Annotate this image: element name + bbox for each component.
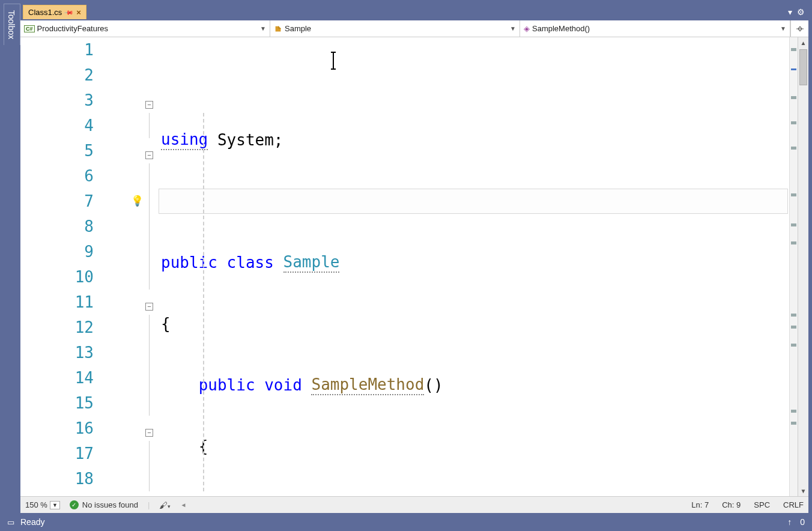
toolbox-tab[interactable]: Toolbox (4, 4, 20, 45)
method-icon: ◈ (524, 24, 530, 33)
line-number: 16 (20, 419, 111, 437)
output-tray-icon[interactable]: ▭ (7, 518, 14, 527)
vertical-scrollbar[interactable]: ▲ ▼ (798, 37, 808, 496)
line-number: 4 (20, 117, 111, 135)
line-number: 5 (20, 142, 111, 160)
line-number: 15 (20, 394, 111, 412)
token-brace: { (161, 315, 171, 333)
line-number: 14 (20, 369, 111, 387)
fold-toggle[interactable]: − (145, 151, 153, 159)
scroll-thumb[interactable] (799, 49, 807, 85)
scroll-up-icon[interactable]: ▲ (798, 37, 808, 48)
text-cursor-icon (333, 52, 334, 70)
token-class: Sample (283, 253, 340, 273)
close-icon[interactable]: × (76, 8, 81, 17)
line-number: 2 (20, 66, 111, 84)
chevron-down-icon: ▼ (510, 25, 516, 32)
line-number: 1 (20, 41, 111, 59)
csharp-icon: C# (24, 25, 35, 32)
token-keyword: void (264, 376, 302, 394)
check-ok-icon: ✓ (70, 500, 79, 509)
line-number: 10 (20, 268, 111, 286)
nav-member-label: SampleMethod() (532, 24, 590, 33)
issues-label: No issues found (82, 500, 138, 509)
line-number: 7 (20, 192, 111, 210)
nav-class-dropdown[interactable]: Sample ▼ (270, 20, 520, 37)
token-keyword: using (161, 130, 208, 150)
chevron-down-icon: ▼ (260, 25, 266, 32)
token-keyword: class (227, 253, 274, 272)
line-number: 9 (20, 243, 111, 261)
line-number: 12 (20, 318, 111, 336)
class-icon (274, 25, 282, 33)
nav-member-dropdown[interactable]: ◈ SampleMethod() ▼ (520, 20, 790, 37)
fold-toggle[interactable]: − (145, 101, 153, 109)
code-editor[interactable]: 1 2 3 4 5 6 7 8 9 10 11 12 13 14 15 16 1… (20, 37, 808, 496)
token-method: SampleMethod (311, 375, 424, 395)
tab-overflow-icon[interactable]: ▾ (788, 7, 792, 17)
navigation-bar: C# ProductivityFeatures ▼ Sample ▼ ◈ Sam… (20, 20, 808, 37)
line-number: 3 (20, 91, 111, 109)
zoom-label: 150 % (25, 500, 47, 509)
scroll-down-icon[interactable]: ▼ (798, 485, 808, 496)
nav-project-dropdown[interactable]: C# ProductivityFeatures ▼ (20, 20, 270, 37)
code-content[interactable]: using System; public class Sample { publ… (159, 37, 789, 496)
line-number: 8 (20, 217, 111, 235)
fold-toggle[interactable]: − (145, 303, 153, 311)
pending-count: 0 (800, 517, 805, 527)
line-number: 11 (20, 293, 111, 311)
split-editor-button[interactable] (790, 20, 808, 37)
token-punct: ; (274, 131, 283, 149)
token-keyword: public (161, 253, 217, 272)
token-identifier: System (217, 131, 274, 149)
token-parens: () (424, 376, 443, 394)
editor-shell: Class1.cs 📌 × ▾ ⚙ C# ProductivityFeature… (20, 4, 808, 513)
chevron-down-icon: ▼ (50, 501, 60, 509)
nav-class-label: Sample (285, 24, 311, 33)
zoom-dropdown[interactable]: 150 % ▼ (25, 500, 60, 509)
fold-toggle[interactable]: − (145, 429, 153, 437)
line-number-gutter: 1 2 3 4 5 6 7 8 9 10 11 12 13 14 15 16 1… (20, 37, 129, 496)
tab-strip: Class1.cs 📌 × ▾ ⚙ (20, 4, 808, 20)
issues-indicator[interactable]: ✓ No issues found (70, 500, 138, 509)
line-number: 18 (20, 470, 111, 488)
token-keyword: public (199, 376, 255, 394)
outlining-margin: − − − − (145, 37, 159, 496)
status-ready: Ready (20, 517, 44, 527)
lightbulb-icon[interactable]: 💡 (131, 195, 144, 207)
overview-ruler[interactable] (789, 37, 798, 496)
line-number: 6 (20, 167, 111, 185)
settings-gear-icon[interactable]: ⚙ (797, 7, 805, 17)
pin-icon[interactable]: 📌 (64, 7, 74, 17)
chevron-down-icon: ▼ (780, 25, 786, 32)
line-number: 17 (20, 445, 111, 463)
file-tab[interactable]: Class1.cs 📌 × (23, 5, 86, 19)
file-tab-label: Class1.cs (28, 8, 62, 17)
nav-project-label: ProductivityFeatures (37, 24, 109, 33)
line-number: 13 (20, 344, 111, 362)
indicator-margin: 💡 (129, 37, 145, 496)
